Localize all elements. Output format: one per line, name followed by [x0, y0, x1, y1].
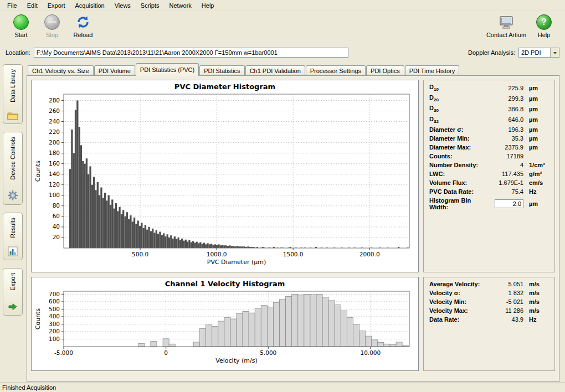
- menu-file[interactable]: File: [2, 1, 22, 11]
- help-label: Help: [538, 32, 551, 38]
- svg-text:200: 200: [49, 328, 60, 334]
- stats-label: Histogram Bin Width:: [429, 197, 490, 210]
- help-button[interactable]: ? Help: [528, 13, 559, 38]
- doppler-analysis-label: Doppler Analysis:: [468, 49, 515, 56]
- stats-label: PVC Data Rate:: [429, 188, 507, 195]
- sidebar-item-label: Export: [9, 273, 16, 291]
- export-icon: [8, 302, 18, 312]
- svg-text:100: 100: [49, 336, 60, 342]
- tab-pdi-time-history[interactable]: PDI Time History: [405, 65, 460, 76]
- stats-label: Volume Flux:: [429, 179, 494, 186]
- svg-text:80: 80: [53, 202, 60, 209]
- tab-ch1-velocity-vs-size[interactable]: Ch1 Velocity vs. Size: [28, 65, 94, 76]
- stats-unit: µm: [528, 144, 550, 151]
- pvc-stats-panel: D10225.9µmD20299.3µmD30386.8µmD32646.0µm…: [423, 80, 555, 272]
- sidebar-item-export[interactable]: Export: [3, 268, 23, 316]
- sidebar-item-data-library[interactable]: Data Library: [3, 64, 23, 124]
- svg-text:5.000: 5.000: [260, 349, 276, 356]
- stats-value: 4: [520, 162, 523, 168]
- svg-text:300: 300: [49, 321, 60, 327]
- menu-help[interactable]: Help: [197, 1, 219, 11]
- location-input[interactable]: [34, 48, 348, 58]
- stats-row: Velocity Max:11 286m/s: [424, 306, 554, 315]
- stats-unit: µm: [528, 200, 550, 207]
- sidebar-item-label: Device Controls: [9, 137, 16, 180]
- menu-edit[interactable]: Edit: [22, 1, 43, 11]
- stats-label: D30: [429, 105, 504, 113]
- chart-title: PVC Diameter Histogram: [33, 81, 417, 91]
- tab-processor-settings[interactable]: Processor Settings: [306, 65, 366, 76]
- reload-icon: [75, 14, 91, 30]
- monitor-icon: [499, 14, 514, 30]
- svg-text:1000.0: 1000.0: [207, 251, 227, 257]
- stats-label: Velocity Min:: [429, 298, 502, 305]
- tab-pdi-statistics[interactable]: PDI Statistics: [199, 65, 244, 76]
- menu-network[interactable]: Network: [164, 1, 196, 11]
- stats-unit: g/m³: [528, 171, 550, 177]
- pvc-section: PVC Diameter Histogram 20406080100120140…: [31, 80, 555, 272]
- velocity-section: Channel 1 Velocity Histogram 10020030040…: [31, 277, 555, 371]
- sidebar-item-device-controls[interactable]: Device Controls: [3, 132, 23, 205]
- stats-row: D10225.9µm: [424, 82, 554, 93]
- gear-icon: [7, 190, 18, 201]
- stats-unit: µm: [528, 85, 550, 91]
- menu-acquisition[interactable]: Acquisition: [70, 1, 110, 11]
- svg-text:60: 60: [53, 213, 60, 219]
- tab-ch1-pdi-validation[interactable]: Ch1 PDI Validation: [245, 65, 305, 76]
- svg-text:260: 260: [49, 107, 60, 114]
- tab-pdi-optics[interactable]: PDI Optics: [366, 65, 404, 76]
- stats-row: Number Density:41/cm³: [424, 161, 554, 169]
- pvc-diameter-histogram: PVC Diameter Histogram 20406080100120140…: [31, 80, 419, 272]
- folder-icon: [7, 111, 18, 120]
- svg-text:-5.000: -5.000: [54, 349, 73, 356]
- stats-value: [495, 199, 523, 208]
- stop-button[interactable]: STOP Stop: [37, 13, 68, 38]
- chart-icon: [8, 246, 18, 256]
- svg-text:140: 140: [49, 171, 60, 177]
- sidebar-item-results[interactable]: Results: [3, 213, 23, 260]
- contact-artium-button[interactable]: Contact Artium: [484, 13, 528, 38]
- pvc-histogram-plot: 2040608010012014016018020022024026028050…: [33, 91, 417, 267]
- stats-row: Average Velocity:5 051m/s: [424, 280, 554, 288]
- stats-value: 225.9: [508, 85, 523, 91]
- svg-text:180: 180: [49, 149, 60, 156]
- svg-text:500: 500: [49, 306, 60, 312]
- stats-unit: m/s: [528, 281, 550, 287]
- stats-row: Volume Flux:1.679E-1cm/s: [424, 178, 554, 187]
- stats-row: Diameter σ:196.3µm: [424, 125, 554, 134]
- svg-text:600: 600: [49, 298, 60, 305]
- stats-unit: µm: [528, 106, 550, 112]
- stats-value: 299.3: [508, 95, 523, 102]
- reload-button[interactable]: Reload: [68, 13, 99, 38]
- menu-views[interactable]: Views: [110, 1, 136, 11]
- stats-value: 646.0: [508, 116, 523, 123]
- stats-unit: µm: [528, 116, 550, 123]
- tab-page: PVC Diameter Histogram 20406080100120140…: [27, 75, 559, 382]
- chart-title: Channel 1 Velocity Histogram: [33, 278, 417, 288]
- doppler-analysis-select[interactable]: 2D PDI: [518, 48, 559, 58]
- tab-pdi-statistics-pvc[interactable]: PDI Statistics (PVC): [136, 63, 199, 76]
- doppler-analysis-value: 2D PDI: [519, 49, 550, 56]
- stats-value: 117.435: [502, 171, 523, 177]
- menu-export[interactable]: Export: [43, 1, 70, 11]
- stats-label: Number Density:: [429, 162, 516, 168]
- histogram-bin-width-input[interactable]: [495, 199, 523, 208]
- stats-row: Counts:17189: [424, 152, 554, 161]
- stats-label: D32: [429, 116, 504, 124]
- stats-unit: m/s: [528, 290, 550, 296]
- stats-unit: µm: [528, 95, 550, 102]
- svg-text:10.000: 10.000: [360, 349, 381, 356]
- tab-pdi-volume[interactable]: PDI Volume: [94, 65, 135, 76]
- stats-unit: m/s: [528, 298, 550, 305]
- stats-label: Counts:: [429, 153, 502, 159]
- svg-text:1500.0: 1500.0: [283, 251, 304, 257]
- menu-scripts[interactable]: Scripts: [136, 1, 165, 11]
- svg-text:PVC Diameter (µm): PVC Diameter (µm): [207, 259, 266, 266]
- stats-unit: µm: [528, 126, 550, 133]
- stats-value: 35.3: [512, 135, 523, 142]
- stats-row: LWC:117.435g/m³: [424, 169, 554, 178]
- velocity-histogram: Channel 1 Velocity Histogram 10020030040…: [31, 277, 419, 371]
- start-button[interactable]: Start: [6, 13, 37, 38]
- toolbar: Start STOP Stop Reload Contact Artium: [0, 11, 565, 45]
- stats-label: Velocity σ:: [429, 290, 504, 296]
